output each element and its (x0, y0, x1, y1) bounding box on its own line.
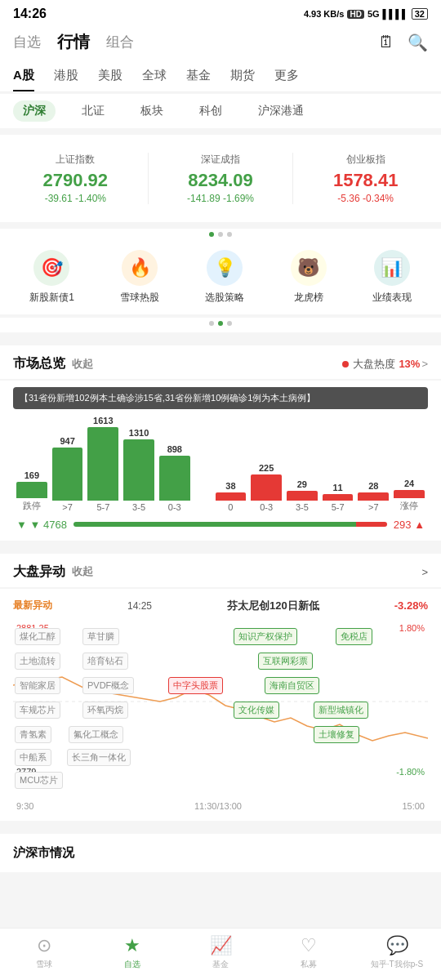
tag-soilfix[interactable]: 土壤修复 (314, 726, 359, 743)
x-axis-labels: 9:30 11:30/13:00 15:00 (13, 801, 428, 811)
index-cards: 上证指数 2790.92 -39.61 -1.40% 深证成指 8234.09 … (0, 135, 441, 222)
market-overview-heat[interactable]: 大盘热度 13% > (342, 357, 428, 372)
sub-tab-kechuang[interactable]: 科创 (189, 100, 232, 122)
performance-icon: 📊 (374, 250, 410, 286)
bar-group-0: 169 跌停 (16, 470, 47, 512)
dots-row-2 (0, 318, 441, 332)
quick-action-dragonlist[interactable]: 🐻 龙虎榜 (291, 250, 327, 305)
tag-smarthome[interactable]: 智能家居 (15, 677, 60, 694)
tag-fluorine[interactable]: 氟化工概念 (69, 726, 123, 743)
bottom-nav-simu[interactable]: ♡ 私募 (265, 935, 353, 970)
bar-8 (323, 494, 354, 501)
tag-pvdf[interactable]: PVDF概念 (82, 677, 134, 694)
tag-mcu[interactable]: MCU芯片 (15, 772, 63, 789)
xingudebts-label: 新股新债1 (29, 291, 74, 305)
big-market-title: 大盘异动 收起 (13, 564, 93, 581)
x-label-open: 9:30 (16, 801, 33, 811)
sub-tab-hushen[interactable]: 沪深 (13, 100, 56, 122)
index-card-shanghai[interactable]: 上证指数 2790.92 -39.61 -1.40% (7, 145, 145, 212)
market-tab-fund[interactable]: 基金 (186, 61, 211, 91)
index-name-shanghai: 上证指数 (10, 153, 141, 167)
divider-section1 (0, 339, 441, 345)
signal-5g: 5G (368, 9, 380, 19)
tab-hangqing[interactable]: 行情 (57, 31, 90, 53)
tag-landtransfer[interactable]: 土地流转 (15, 653, 60, 670)
top-nav-tabs: 自选 行情 组合 (13, 31, 134, 53)
market-tab-ashares[interactable]: A股 (13, 61, 34, 91)
quick-action-hotstock[interactable]: 🔥 雪球热股 (120, 250, 159, 305)
tag-qingqingsu[interactable]: 青氢素 (15, 726, 51, 743)
sub-tabs: 沪深 北证 板块 科创 沪深港通 (0, 94, 441, 128)
quick-action-performance[interactable]: 📊 业绩表现 (372, 250, 412, 305)
calendar-icon[interactable]: 🗓 (378, 33, 394, 52)
bar-top-3: 1310 (129, 428, 149, 438)
tag-glyphosate[interactable]: 草甘膦 (82, 628, 119, 645)
sub-tab-beizhen[interactable]: 北证 (72, 100, 114, 122)
search-icon[interactable]: 🔍 (408, 33, 428, 52)
bar-bottom-1: >7 (62, 502, 73, 512)
bar-5 (216, 492, 247, 501)
market-tab-global[interactable]: 全球 (142, 61, 167, 91)
divider2 (292, 153, 293, 204)
index-card-chuangye[interactable]: 创业板指 1578.41 -5.36 -0.34% (296, 145, 434, 212)
market-tab-hkshares[interactable]: 港股 (54, 61, 78, 91)
bar-3 (123, 439, 154, 501)
tab-zixuan[interactable]: 自选 (13, 33, 41, 51)
tag-lottery[interactable]: 互联网彩票 (258, 653, 313, 670)
tag-yangtze[interactable]: 长三角一体化 (67, 749, 131, 766)
tag-coal[interactable]: 煤化工醇 (15, 628, 60, 645)
total-down-arrow: ▼ (16, 519, 29, 531)
big-market-collapse[interactable]: 收起 (72, 564, 93, 579)
heat-dot (342, 361, 349, 368)
tag-ip[interactable]: 知识产权保护 (234, 628, 297, 645)
x-label-midday: 11:30/13:00 (194, 801, 242, 811)
bar-bottom-2: 5-7 (96, 502, 109, 512)
market-overview-title-text: 市场总览 (13, 355, 65, 372)
tag-newtown[interactable]: 新型城镇化 (314, 702, 368, 719)
dot-4 (209, 321, 214, 326)
bottom-nav-fund[interactable]: 📈 基金 (176, 935, 265, 970)
market-tab-usshares[interactable]: 美股 (98, 61, 122, 91)
battery-level: 32 (415, 9, 425, 19)
market-tab-futures[interactable]: 期货 (230, 61, 255, 91)
bottom-nav-xueqiu[interactable]: ⊙ 雪球 (0, 935, 88, 970)
sub-tab-banke[interactable]: 板块 (131, 100, 173, 122)
bar-group-9: 28 >7 (358, 481, 389, 512)
tab-zuhe[interactable]: 组合 (106, 33, 134, 51)
bottom-nav-zixuan[interactable]: ★ 自选 (88, 935, 176, 970)
tag-epoxy[interactable]: 环氧丙烷 (82, 702, 128, 719)
hint-title: 沪深市情况 (13, 845, 74, 859)
tag-carchip[interactable]: 车规芯片 (15, 702, 60, 719)
bar-4 (159, 456, 190, 501)
tag-diamonds[interactable]: 培育钻石 (82, 653, 128, 670)
movement-pct: -3.28% (394, 599, 428, 612)
x-label-close: 15:00 (402, 801, 425, 811)
bottom-nav-zhihu[interactable]: 💬 知乎·T我你p-S (353, 935, 441, 970)
tag-dutyfree[interactable]: 免税店 (336, 628, 372, 645)
index-change-shanghai: -39.61 -1.40% (10, 193, 141, 204)
dragonlist-icon: 🐻 (291, 250, 327, 286)
market-tab-more[interactable]: 更多 (274, 61, 299, 91)
tag-zhongchuan[interactable]: 中船系 (15, 749, 51, 766)
battery-icon: 32 (412, 8, 428, 20)
zhihu-icon: 💬 (386, 935, 408, 956)
sub-tab-hushengangtong[interactable]: 沪深港通 (248, 100, 314, 122)
big-market-more-arrow: > (421, 566, 428, 578)
dot-3 (227, 232, 232, 237)
tag-hainan[interactable]: 海南自贸区 (265, 677, 319, 694)
tag-media[interactable]: 文化传媒 (234, 702, 279, 719)
index-value-shanghai: 2790.92 (10, 170, 141, 191)
xueqiu-icon: ⊙ (37, 935, 51, 956)
index-value-chuangye: 1578.41 (300, 170, 431, 191)
bar-0 (16, 482, 47, 498)
divider1 (148, 153, 149, 204)
market-overview-collapse[interactable]: 收起 (72, 357, 93, 372)
tag-cloud: 煤化工醇 草甘膦 知识产权保护 免税店 土地流转 培育钻石 互联网彩票 智能家居… (13, 620, 428, 800)
tag-zhongzi[interactable]: 中字头股票 (168, 677, 223, 694)
index-card-shenzhen[interactable]: 深证成指 8234.09 -141.89 -1.69% (152, 145, 290, 212)
simu-label: 私募 (301, 959, 317, 970)
quick-action-strategy[interactable]: 💡 选股策略 (205, 250, 244, 305)
quick-action-xingudebts[interactable]: 🎯 新股新债1 (29, 250, 74, 305)
status-right: 4.93 KB/s HD 5G ▌▌▌▌ 32 (304, 8, 428, 20)
big-market-more[interactable]: > (421, 566, 428, 578)
